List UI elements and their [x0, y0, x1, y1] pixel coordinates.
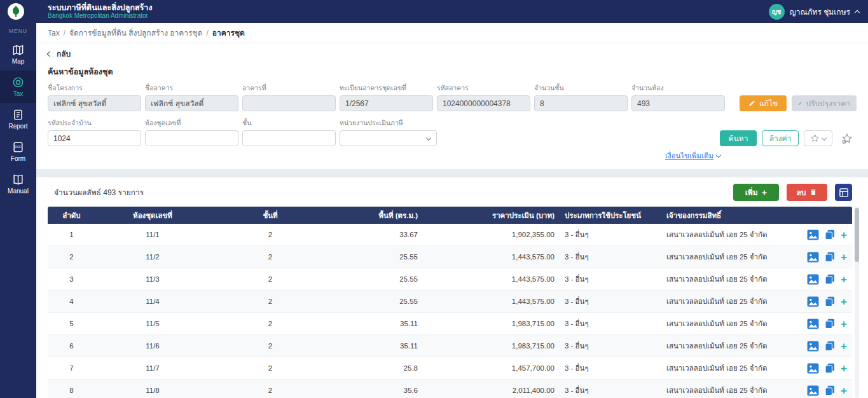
results-table: ลำดับ ห้องชุดเลขที่ ชั้นที่ พื้นที่ (ตร.… [48, 207, 852, 398]
copy-button[interactable] [825, 363, 835, 373]
cell-floor: 2 [210, 291, 331, 313]
copy-button[interactable] [825, 341, 835, 351]
copy-icon [825, 296, 835, 306]
cell-no: 6 [48, 335, 95, 357]
tax-office-select[interactable] [340, 130, 437, 146]
copy-button[interactable] [825, 385, 835, 395]
copy-button[interactable] [825, 230, 835, 240]
table-export-icon [839, 188, 848, 197]
floor-count-input [534, 95, 628, 111]
add-row-button[interactable]: + [841, 385, 847, 396]
cell-owner: เสนาเวลลอปเม้นท์ เอย 25 จำกัด [661, 357, 798, 380]
view-image-button[interactable] [807, 385, 819, 396]
breadcrumb: Tax / จัดการข้อมูลที่ดิน สิ่งปลูกสร้าง อ… [36, 23, 868, 43]
breadcrumb-item-tax[interactable]: Tax [48, 29, 60, 38]
table-header-row: ลำดับ ห้องชุดเลขที่ ชั้นที่ พื้นที่ (ตร.… [48, 207, 852, 224]
sidebar-item-map[interactable]: Map [0, 38, 36, 71]
cell-floor: 2 [210, 224, 331, 246]
floor-input[interactable] [242, 130, 336, 146]
unit-no-input[interactable] [145, 130, 238, 146]
edit-button[interactable]: แก้ไข [740, 95, 787, 111]
add-row-button[interactable]: + [841, 319, 847, 329]
project-name-input [48, 95, 141, 111]
copy-button[interactable] [825, 252, 835, 262]
cell-area: 35.6 [331, 380, 423, 398]
filter-row: รหัสประจำบ้าน ห้องชุดเลขที่ ชั้น หน่วยงา… [36, 118, 868, 146]
copy-icon [825, 252, 835, 262]
clear-button[interactable]: ล้างค่า [762, 130, 799, 146]
copy-button[interactable] [825, 274, 835, 284]
back-link[interactable]: กลับ [36, 43, 868, 60]
add-button[interactable]: เพิ่ม + [733, 184, 779, 201]
tax-icon [12, 76, 24, 88]
add-row-button[interactable]: + [841, 296, 847, 307]
cell-unit: 11/3 [95, 268, 210, 291]
view-image-button[interactable] [807, 230, 819, 240]
copy-button[interactable] [825, 319, 835, 329]
field-label: จำนวนห้อง [631, 83, 725, 93]
header-price: ราคาประเมิน (บาท) [423, 207, 560, 224]
view-image-button[interactable] [807, 274, 819, 285]
table-scrollbar[interactable] [855, 207, 859, 398]
cell-owner: เสนาเวลลอปเม้นท์ เอย 25 จำกัด [661, 291, 798, 313]
favorite-history-button[interactable] [837, 130, 857, 146]
building-no-input [242, 95, 336, 111]
add-row-button[interactable]: + [841, 363, 847, 374]
export-table-button[interactable] [835, 184, 852, 201]
breadcrumb-item-current: อาคารชุด [212, 27, 245, 39]
delete-button[interactable]: ลบ [787, 184, 827, 201]
user-name: ญาณภัทร ชุ่มเกษร [790, 6, 850, 18]
field-building-name: ชื่ออาคาร [145, 83, 238, 111]
scrollbar-thumb[interactable] [855, 208, 859, 262]
chevron-up-icon [855, 10, 860, 15]
copy-button[interactable] [825, 296, 835, 306]
add-row-button[interactable]: + [841, 230, 847, 240]
sidebar: MENU Map Tax Report DOC Form Manual [0, 23, 36, 398]
cell-no: 8 [48, 380, 95, 398]
field-condo-register-no: ทะเบียนอาคารชุดเลขที่ [340, 83, 433, 111]
cell-owner: เสนาเวลลอปเม้นท์ เอย 25 จำกัด [661, 224, 798, 246]
add-row-button[interactable]: + [841, 252, 847, 263]
sidebar-item-tax[interactable]: Tax [0, 71, 36, 103]
pencil-icon [748, 100, 755, 107]
view-image-button[interactable] [807, 363, 819, 374]
cell-no: 5 [48, 313, 95, 335]
user-menu[interactable]: ญช ญาณภัทร ชุ่มเกษร [769, 4, 859, 20]
more-conditions-row: เงื่อนไขเพิ่มเติม [36, 150, 868, 161]
cell-price: 1,443,575.00 [423, 291, 560, 313]
view-image-button[interactable] [807, 296, 819, 307]
image-icon [807, 385, 819, 396]
field-label: หน่วยงานประเมินภาษี [340, 118, 437, 128]
field-label: ชื่ออาคาร [145, 83, 238, 93]
search-button[interactable]: ค้นหา [720, 130, 757, 146]
app-subtitle: Bangkok Metropolitan Administrator [48, 12, 153, 20]
table-row: 2 11/2 2 25.55 1,443,575.00 3 - อื่นๆ เส… [48, 246, 852, 268]
cell-no: 7 [48, 357, 95, 380]
house-code-input[interactable] [48, 130, 141, 146]
view-image-button[interactable] [807, 252, 819, 263]
add-row-button[interactable]: + [841, 274, 847, 285]
sidebar-item-manual[interactable]: Manual [0, 168, 36, 200]
cell-usage: 3 - อื่นๆ [560, 268, 661, 291]
favorite-dropdown-button[interactable] [804, 130, 832, 146]
menu-label: MENU [0, 23, 36, 38]
cell-no: 3 [48, 268, 95, 291]
chevron-down-icon [426, 135, 431, 141]
cell-area: 33.67 [331, 224, 423, 246]
view-image-button[interactable] [807, 319, 819, 329]
cell-owner: เสนาเวลลอปเม้นท์ เอย 25 จำกัด [661, 246, 798, 268]
cell-price: 1,902,355.00 [423, 224, 560, 246]
cell-area: 25.55 [331, 246, 423, 268]
add-row-button[interactable]: + [841, 341, 847, 352]
cell-floor: 2 [210, 268, 331, 291]
table-row: 1 11/1 2 33.67 1,902,355.00 3 - อื่นๆ เส… [48, 224, 852, 246]
chevron-down-icon [822, 135, 827, 140]
field-label: จำนวนชั้น [534, 83, 628, 93]
more-conditions-link[interactable]: เงื่อนไขเพิ่มเติม [665, 150, 720, 161]
breadcrumb-item-manage[interactable]: จัดการข้อมูลที่ดิน สิ่งปลูกสร้าง อาคารชุ… [69, 27, 202, 39]
view-image-button[interactable] [807, 341, 819, 352]
header-area: พื้นที่ (ตร.ม.) [331, 207, 423, 224]
cell-usage: 3 - อื่นๆ [560, 291, 661, 313]
sidebar-item-form[interactable]: DOC Form [0, 135, 36, 168]
sidebar-item-report[interactable]: Report [0, 103, 36, 135]
